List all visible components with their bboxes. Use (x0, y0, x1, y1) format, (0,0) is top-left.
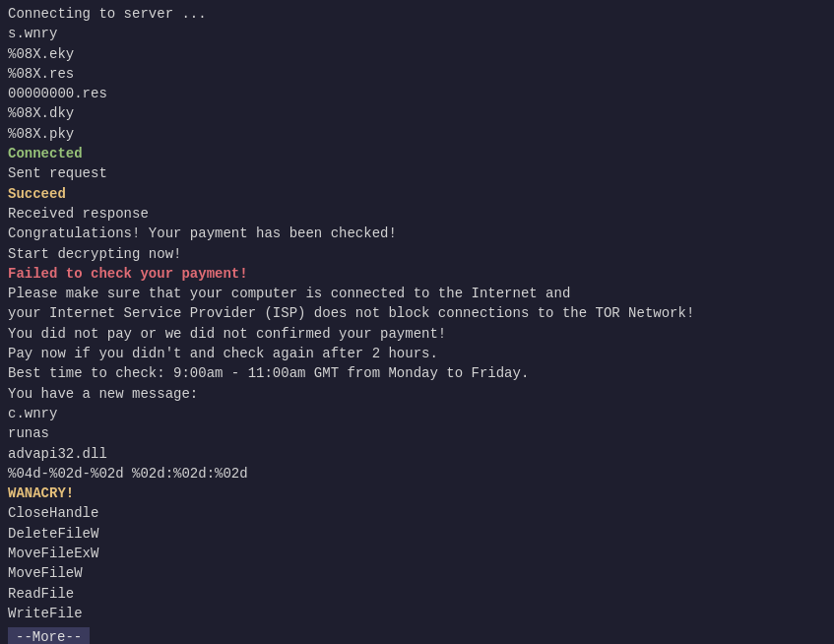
more-button[interactable]: --More-- (8, 627, 90, 644)
terminal-line: Please make sure that your computer is c… (8, 284, 826, 303)
terminal-line: Connected (8, 144, 826, 163)
terminal-line: You did not pay or we did not confirmed … (8, 324, 826, 344)
terminal-line: s.wnry (8, 24, 826, 43)
terminal-window: Connecting to server ...s.wnry%08X.eky%0… (0, 0, 834, 644)
terminal-line: %08X.pky (8, 124, 826, 144)
terminal-line: %08X.dky (8, 103, 826, 123)
terminal-line: MoveFileExW (8, 544, 826, 563)
terminal-line: Succeed (8, 184, 826, 204)
terminal-line: c.wnry (8, 404, 826, 423)
terminal-line: Pay now if you didn't and check again af… (8, 344, 826, 363)
terminal-line: advapi32.dll (8, 444, 826, 464)
terminal-line: DeleteFileW (8, 524, 826, 544)
terminal-line: ReadFile (8, 584, 826, 604)
terminal-line: %08X.res (8, 64, 826, 84)
terminal-line: %04d-%02d-%02d %02d:%02d:%02d (8, 464, 826, 483)
terminal-line: Failed to check your payment! (8, 264, 826, 284)
terminal-line: Connecting to server ... (8, 4, 826, 24)
terminal-line: Start decrypting now! (8, 244, 826, 264)
terminal-line: 00000000.res (8, 84, 826, 103)
terminal-line: MoveFileW (8, 563, 826, 583)
terminal-output: Connecting to server ...s.wnry%08X.eky%0… (8, 4, 826, 623)
terminal-line: You have a new message: (8, 384, 826, 404)
terminal-line: your Internet Service Provider (ISP) doe… (8, 303, 826, 323)
terminal-line: WANACRY! (8, 483, 826, 503)
terminal-line: Received response (8, 204, 826, 224)
terminal-line: Best time to check: 9:00am - 11:00am GMT… (8, 363, 826, 383)
terminal-line: CloseHandle (8, 503, 826, 523)
terminal-line: Sent request (8, 163, 826, 183)
terminal-line: %08X.eky (8, 44, 826, 64)
terminal-line: Congratulations! Your payment has been c… (8, 224, 826, 243)
terminal-line: runas (8, 423, 826, 443)
terminal-line: WriteFile (8, 604, 826, 623)
